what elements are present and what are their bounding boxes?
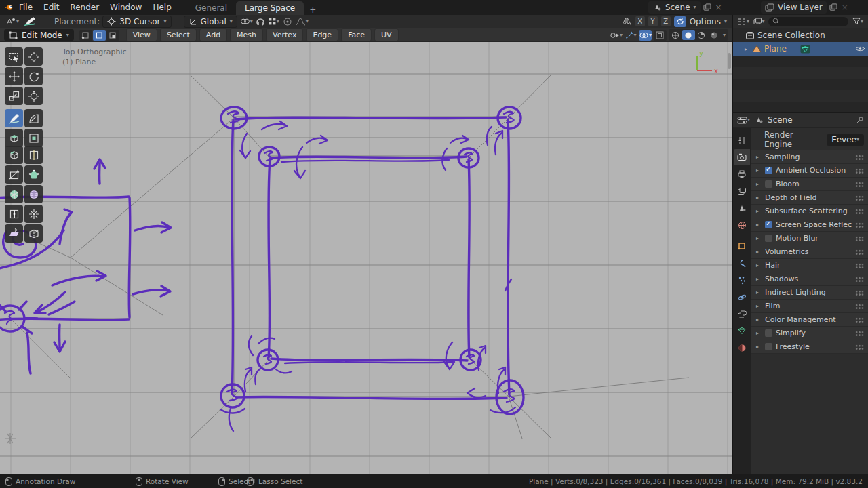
rendered-shading-button[interactable] xyxy=(708,30,721,40)
tab-output[interactable] xyxy=(734,166,750,182)
tool-transform[interactable] xyxy=(24,87,43,105)
snap-settings-dropdown[interactable]: ▾ xyxy=(268,16,280,27)
menu-edge[interactable]: Edge xyxy=(306,28,338,41)
tab-world[interactable] xyxy=(734,217,750,233)
menu-uv[interactable]: UV xyxy=(374,28,399,41)
drag-handle[interactable] xyxy=(855,331,864,336)
tab-physics[interactable] xyxy=(734,289,750,305)
placement-dropdown[interactable]: 3D Cursor ▾ xyxy=(102,16,171,28)
wireframe-shading-button[interactable] xyxy=(669,30,682,40)
snap-toggle-icon[interactable] xyxy=(256,17,265,26)
3d-viewport[interactable]: Top Orthographic (1) Plane y x xyxy=(0,42,732,474)
drag-handle[interactable] xyxy=(855,236,864,241)
tab-material[interactable] xyxy=(734,340,750,356)
auto-merge-toggle[interactable] xyxy=(674,16,686,27)
drag-handle[interactable] xyxy=(855,317,864,323)
tab-view-layer[interactable] xyxy=(734,183,750,199)
panel-volumetrics[interactable]: ▸Volumetrics xyxy=(751,245,868,259)
panel-ambient-occlusion[interactable]: ▸Ambient Occlusion xyxy=(751,164,868,178)
tab-object[interactable] xyxy=(734,238,750,254)
panel-sampling[interactable]: ▸Sampling xyxy=(751,150,868,164)
tool-rotate[interactable] xyxy=(24,67,43,85)
overlays-dropdown[interactable]: ▾ xyxy=(639,30,652,41)
tab-render[interactable] xyxy=(734,149,750,165)
simplify-checkbox[interactable] xyxy=(765,329,772,337)
drag-handle[interactable] xyxy=(855,155,864,160)
blender-logo-icon[interactable] xyxy=(4,3,14,12)
drag-handle[interactable] xyxy=(855,263,864,268)
axis-gizmo[interactable]: y x xyxy=(689,49,720,76)
tool-spin[interactable] xyxy=(5,185,23,203)
panel-bloom[interactable]: ▸Bloom xyxy=(751,178,868,191)
drag-handle[interactable] xyxy=(855,304,864,309)
options-dropdown[interactable]: Options ▾ xyxy=(690,16,727,27)
panel-hair[interactable]: ▸Hair xyxy=(751,259,868,272)
pivot-point-dropdown[interactable]: ▾ xyxy=(240,16,253,27)
tool-knife[interactable] xyxy=(5,165,23,184)
expand-icon[interactable]: ▸ xyxy=(743,46,749,52)
menu-select[interactable]: Select xyxy=(160,28,197,41)
drag-handle[interactable] xyxy=(855,344,864,350)
tab-object-data[interactable] xyxy=(734,323,750,339)
menu-file[interactable]: File xyxy=(14,3,38,12)
orientation-dropdown[interactable]: Global ▾ xyxy=(184,16,237,28)
mirror-x-button[interactable]: X xyxy=(635,16,645,26)
solid-shading-button[interactable] xyxy=(682,30,695,40)
render-engine-dropdown[interactable]: Eevee ▾ xyxy=(827,134,864,146)
panel-screen-space-reflections[interactable]: ▸Screen Space Reflections xyxy=(751,218,868,232)
menu-face[interactable]: Face xyxy=(341,28,372,41)
tool-extrude-region[interactable] xyxy=(5,129,23,147)
tool-select-box[interactable] xyxy=(5,47,23,66)
bloom-checkbox[interactable] xyxy=(765,180,772,188)
drag-handle[interactable] xyxy=(855,222,864,228)
panel-color-management[interactable]: ▸Color Management xyxy=(751,313,868,327)
tool-poly-build[interactable] xyxy=(24,165,43,184)
material-preview-button[interactable] xyxy=(695,30,708,40)
menu-vertex[interactable]: Vertex xyxy=(266,28,303,41)
menu-edit[interactable]: Edit xyxy=(38,3,64,12)
panel-freestyle[interactable]: ▸Freestyle xyxy=(751,340,868,354)
panel-film[interactable]: ▸Film xyxy=(751,300,868,313)
drag-handle[interactable] xyxy=(855,277,864,282)
tab-scene[interactable] xyxy=(734,200,750,216)
outliner-filter-dropdown[interactable]: ▾ xyxy=(852,16,864,27)
drag-handle[interactable] xyxy=(855,290,864,296)
annotate-pencil-icon[interactable] xyxy=(22,16,39,27)
ssr-checkbox[interactable] xyxy=(765,221,772,228)
mirror-y-button[interactable]: Y xyxy=(648,16,658,26)
proportional-editing-icon[interactable] xyxy=(283,17,292,26)
tool-annotate[interactable] xyxy=(5,109,23,127)
menu-render[interactable]: Render xyxy=(64,3,104,12)
tab-tool[interactable] xyxy=(734,132,750,148)
mirror-z-button[interactable]: Z xyxy=(661,16,671,26)
tool-edge-slide[interactable] xyxy=(5,205,23,223)
tool-shrink-fatten[interactable] xyxy=(24,205,43,223)
tool-measure[interactable] xyxy=(24,109,43,127)
tool-rip-region[interactable] xyxy=(24,224,43,243)
outliner-filter-collection-dropdown[interactable]: ▾ xyxy=(753,16,765,27)
tool-shear[interactable] xyxy=(5,224,23,243)
tool-smooth[interactable] xyxy=(24,185,43,203)
tool-scale[interactable] xyxy=(5,87,23,105)
xray-toggle[interactable] xyxy=(654,30,667,41)
tool-bevel[interactable] xyxy=(5,146,23,164)
freestyle-checkbox[interactable] xyxy=(765,343,772,350)
ambient-occlusion-checkbox[interactable] xyxy=(765,167,772,174)
drag-handle[interactable] xyxy=(855,195,864,201)
motion-blur-checkbox[interactable] xyxy=(765,235,772,242)
panel-indirect-lighting[interactable]: ▸Indirect Lighting xyxy=(751,286,868,300)
panel-simplify[interactable]: ▸Simplify xyxy=(751,327,868,340)
tool-inset-faces[interactable] xyxy=(24,129,43,147)
add-workspace-button[interactable]: + xyxy=(304,5,321,15)
tab-constraints[interactable] xyxy=(734,306,750,322)
show-object-types-dropdown[interactable]: ▾ xyxy=(610,30,623,41)
tab-general[interactable]: General xyxy=(186,1,236,15)
scene-collection-row[interactable]: Scene Collection xyxy=(733,28,868,42)
proportional-falloff-dropdown[interactable]: ▾ xyxy=(295,16,309,27)
shading-dropdown[interactable]: ▾ xyxy=(721,33,728,38)
outliner-search-input[interactable] xyxy=(768,17,848,26)
editor-type-dropdown[interactable]: ▾ xyxy=(737,115,750,125)
menu-window[interactable]: Window xyxy=(104,3,147,12)
panel-subsurface-scattering[interactable]: ▸Subsurface Scattering xyxy=(751,205,868,218)
outliner-item-plane[interactable]: ▸ Plane xyxy=(733,42,868,56)
